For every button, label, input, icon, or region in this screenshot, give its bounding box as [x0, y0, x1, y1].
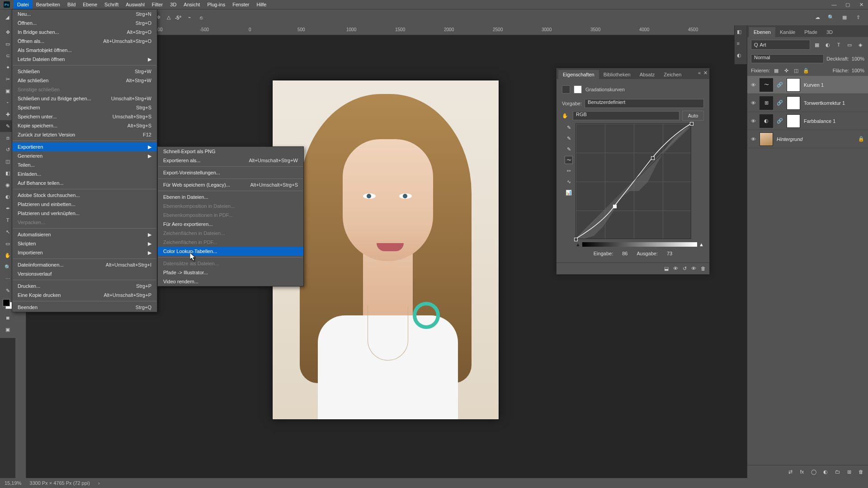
status-more[interactable]: ›	[98, 480, 100, 486]
menu-filter[interactable]: Filter	[148, 0, 166, 9]
layer-filter-select[interactable]: Q Art	[751, 40, 810, 50]
output-value[interactable]: 73	[667, 251, 672, 256]
layer-mask-thumbnail[interactable]	[787, 96, 800, 110]
white-point-icon[interactable]: ✎	[565, 134, 573, 142]
view-previous-icon[interactable]: 👁	[673, 266, 678, 272]
symmetry-icon[interactable]: ⎋	[198, 14, 205, 21]
panel-tab[interactable]: Zeichen	[659, 70, 686, 79]
menu-item[interactable]: Platzieren und einbetten...	[12, 200, 157, 209]
dock-tab[interactable]: Kanäle	[775, 27, 800, 37]
menu-item[interactable]: Auf Behance teilen...	[12, 178, 157, 188]
visibility-icon[interactable]: 👁	[751, 118, 756, 124]
menu-item[interactable]: Für Aero exportieren...	[158, 220, 303, 229]
workspace-icon[interactable]: ▦	[841, 14, 848, 21]
menu-item[interactable]: Generieren▶	[12, 151, 157, 160]
menu-item[interactable]: Speichern unter...Umschalt+Strg+S	[12, 112, 157, 121]
new-layer-icon[interactable]: ⊞	[845, 468, 853, 475]
new-group-icon[interactable]: 🗀	[834, 468, 841, 475]
menu-item[interactable]: Schnell-Export als PNG	[158, 147, 303, 156]
layer-thumbnail[interactable]	[760, 132, 773, 146]
panel-tab[interactable]: Absatz	[635, 70, 660, 79]
menu-item[interactable]: Automatisieren▶	[12, 230, 157, 239]
menu-item[interactable]: Exportieren als...Alt+Umschalt+Strg+W	[158, 156, 303, 165]
link-icon[interactable]: 🔗	[777, 118, 783, 124]
layer-mask-icon[interactable]: ◯	[810, 468, 817, 475]
layer-mask-thumbnail[interactable]	[787, 78, 800, 92]
color-swatches[interactable]	[3, 299, 13, 309]
menu-item[interactable]: Adobe Stock durchsuchen...	[12, 191, 157, 200]
menu-item[interactable]: BeendenStrg+Q	[12, 303, 157, 312]
zoom-level[interactable]: 15,19%	[5, 480, 21, 486]
menu-item[interactable]: Importieren▶	[12, 248, 157, 257]
angle-value[interactable]: -5°	[175, 15, 181, 20]
menu-item[interactable]: Zurück zur letzten VersionF12	[12, 130, 157, 139]
layer-mask-thumbnail[interactable]	[787, 114, 800, 128]
input-value[interactable]: 86	[622, 251, 627, 256]
lock-artboard-icon[interactable]: ◫	[793, 67, 800, 74]
menu-item[interactable]: Letzte Dateien öffnen▶	[12, 55, 157, 64]
curve-edit-icon[interactable]: 〜	[565, 156, 573, 164]
layer-name[interactable]: Farbbalance 1	[804, 118, 864, 124]
menu-datei[interactable]: Datei	[14, 0, 33, 9]
layer-style-icon[interactable]: fx	[798, 468, 806, 475]
menu-3d[interactable]: 3D	[166, 0, 180, 9]
layer-name[interactable]: Tonwertkorrektur 1	[804, 100, 864, 106]
filter-pixel-icon[interactable]: ▦	[813, 41, 821, 49]
toggle-visibility-icon[interactable]: 👁	[691, 266, 696, 272]
delete-adjustment-icon[interactable]: 🗑	[701, 266, 706, 272]
layer-row[interactable]: 👁Hintergrund🔒	[747, 130, 868, 148]
menu-item[interactable]: Öffnen...Strg+O	[12, 19, 157, 28]
pressure-size-icon[interactable]: ⌁	[186, 14, 193, 21]
menu-bearbeiten[interactable]: Bearbeiten	[33, 0, 64, 9]
menu-item[interactable]: In Bridge suchen...Alt+Strg+O	[12, 28, 157, 37]
menu-item[interactable]: Kopie speichern...Alt+Strg+S	[12, 121, 157, 130]
dock-tab[interactable]: 3D	[822, 27, 837, 37]
menu-item[interactable]: Öffnen als...Alt+Umschalt+Strg+O	[12, 37, 157, 46]
layer-row[interactable]: 👁◐🔗Farbbalance 1	[747, 112, 868, 130]
menu-item[interactable]: Video rendern...	[158, 277, 303, 286]
preset-select[interactable]: Benutzerdefiniert	[585, 99, 704, 108]
menu-item[interactable]: Ebenen in Dateien...	[158, 192, 303, 202]
visibility-icon[interactable]: 👁	[751, 100, 756, 106]
histogram-icon[interactable]: 📊	[565, 188, 573, 197]
filter-adjust-icon[interactable]: ◐	[824, 41, 832, 49]
lock-pixels-icon[interactable]: ▦	[773, 67, 780, 74]
visibility-icon[interactable]: 👁	[751, 136, 756, 142]
pencil-curve-icon[interactable]: ✏	[565, 167, 573, 175]
panel-tab[interactable]: Eigenschaften	[558, 70, 599, 79]
layer-opacity-value[interactable]: 100%	[852, 56, 864, 61]
white-slider[interactable]: ▲	[699, 242, 704, 247]
gray-point-icon[interactable]: ✎	[565, 145, 573, 153]
menu-schrift[interactable]: Schrift	[101, 0, 122, 9]
minimize-button[interactable]: —	[827, 0, 841, 9]
menu-ansicht[interactable]: Ansicht	[180, 0, 203, 9]
panel-collapse-icon[interactable]: «	[698, 70, 701, 76]
layer-row[interactable]: 👁⊞🔗Tonwertkorrektur 1	[747, 94, 868, 112]
menu-item[interactable]: Neu...Strg+N	[12, 9, 157, 19]
menu-item[interactable]: Alle schließenAlt+Strg+W	[12, 76, 157, 85]
menu-item[interactable]: Teilen...	[12, 160, 157, 169]
filter-smart-icon[interactable]: ◈	[856, 41, 864, 49]
lock-position-icon[interactable]: ✜	[783, 67, 790, 74]
new-adjustment-icon[interactable]: ◐	[822, 468, 829, 475]
auto-button[interactable]: Auto	[682, 111, 704, 121]
menu-item[interactable]: Dateiinformationen...Alt+Umschalt+Strg+I	[12, 260, 157, 269]
panel-close-icon[interactable]: ✕	[703, 70, 708, 76]
layer-thumbnail[interactable]: ◐	[760, 114, 773, 128]
menu-item[interactable]: Drucken...Strg+P	[12, 282, 157, 291]
layer-name[interactable]: Kurven 1	[804, 82, 864, 88]
menu-item[interactable]: Eine Kopie druckenAlt+Umschalt+Strg+P	[12, 291, 157, 300]
sampler-tool-icon[interactable]: ✎	[565, 123, 573, 131]
link-layers-icon[interactable]: ⇄	[787, 468, 794, 475]
dock-tab[interactable]: Ebenen	[749, 27, 775, 37]
layer-thumbnail[interactable]: ⊞	[760, 96, 773, 110]
menu-item[interactable]: Exportieren▶	[12, 142, 157, 151]
visibility-icon[interactable]: 👁	[751, 82, 756, 88]
menu-item[interactable]: Als Smartobjekt öffnen...	[12, 46, 157, 55]
document-info[interactable]: 3300 Px × 4765 Px (72 ppi)	[29, 480, 90, 486]
document-canvas[interactable]	[273, 80, 499, 419]
black-slider[interactable]: ▲	[576, 242, 580, 247]
maximize-button[interactable]: ▢	[841, 0, 854, 9]
menu-item[interactable]: Platzieren und verknüpfen...	[12, 209, 157, 218]
menu-item[interactable]: Pfade -> Illustrator...	[158, 268, 303, 277]
